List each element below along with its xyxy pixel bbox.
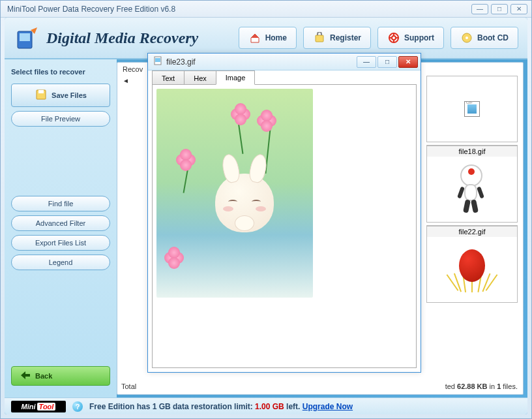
home-label: Home — [265, 33, 287, 42]
preview-titlebar[interactable]: file23.gif — □ ✕ — [148, 54, 421, 70]
thumbnail-image — [427, 237, 517, 302]
thumbnail-item[interactable]: file18.gif — [426, 145, 518, 223]
thumbnail-item[interactable] — [426, 76, 518, 142]
register-button[interactable]: Register — [303, 27, 371, 49]
svg-rect-5 — [393, 33, 394, 36]
thumbnail-item[interactable]: file22.gif — [426, 225, 518, 303]
bootcd-label: Boot CD — [477, 33, 509, 42]
svg-rect-6 — [393, 40, 394, 43]
character-icon — [452, 163, 492, 215]
svg-point-10 — [466, 37, 468, 39]
logo-box: Digital Media Recovery — [14, 25, 232, 51]
thumbnail-column: file18.gif file22.gif — [426, 76, 518, 372]
footer: MiniTool ? Free Edition has 1 GB data re… — [5, 397, 527, 414]
find-file-button[interactable]: Find file — [11, 196, 110, 211]
sidebar: Select files to recover Save Files File … — [5, 59, 117, 397]
tab-hex[interactable]: Hex — [184, 70, 216, 85]
thumbnail-image — [427, 157, 517, 222]
minitool-logo: MiniTool — [11, 401, 66, 412]
back-label: Back — [35, 372, 52, 380]
logo-icon — [14, 25, 40, 51]
preview-close-button[interactable]: ✕ — [398, 56, 418, 68]
sidebar-label: Select files to recover — [11, 67, 110, 77]
tree-collapse-icon[interactable]: ◄ — [123, 77, 129, 84]
preview-body: Text Hex Image — [152, 70, 417, 368]
back-button[interactable]: Back — [11, 366, 110, 386]
support-button[interactable]: Support — [377, 27, 444, 49]
svg-rect-1 — [20, 33, 30, 41]
app-window: MiniTool Power Data Recovery Free Editio… — [0, 0, 532, 419]
svg-rect-8 — [396, 37, 399, 39]
back-arrow-icon — [21, 371, 30, 380]
minimize-button[interactable]: — — [471, 4, 488, 14]
info-icon: ? — [72, 401, 83, 412]
preview-minimize-button[interactable]: — — [357, 56, 376, 68]
bootcd-button[interactable]: Boot CD — [451, 27, 518, 49]
tab-image[interactable]: Image — [216, 70, 256, 85]
svg-rect-12 — [38, 90, 44, 93]
close-button[interactable]: ✕ — [510, 4, 527, 14]
tab-text[interactable]: Text — [152, 70, 185, 85]
save-files-label: Save Files — [52, 91, 87, 99]
export-files-list-button[interactable]: Export Files List — [11, 235, 110, 251]
maximize-button[interactable]: □ — [491, 4, 508, 14]
app-heading: Digital Media Recovery — [46, 29, 198, 47]
tab-row: Text Hex Image — [152, 70, 417, 85]
home-button[interactable]: Home — [239, 27, 297, 49]
thumbnail-caption: file18.gif — [427, 146, 517, 157]
preview-maximize-button[interactable]: □ — [377, 56, 397, 68]
egg-icon — [449, 247, 495, 292]
preview-image — [156, 89, 313, 298]
thumbnail-image — [427, 76, 517, 142]
svg-point-4 — [392, 36, 396, 40]
window-title: MiniTool Power Data Recovery Free Editio… — [5, 5, 469, 14]
gif-file-icon — [464, 101, 480, 117]
file-preview-button[interactable]: File Preview — [11, 111, 110, 127]
svg-rect-2 — [316, 35, 323, 42]
register-icon — [313, 31, 326, 44]
save-files-button[interactable]: Save Files — [11, 84, 110, 107]
advanced-filter-button[interactable]: Advanced Filter — [11, 215, 110, 231]
legend-button[interactable]: Legend — [11, 255, 110, 270]
svg-rect-7 — [389, 37, 392, 39]
register-label: Register — [330, 33, 361, 42]
footer-text: Free Edition has 1 GB data restoration l… — [89, 402, 353, 411]
svg-rect-14 — [155, 58, 160, 62]
support-label: Support — [404, 33, 434, 42]
file-icon — [153, 56, 162, 67]
preview-title: file23.gif — [151, 56, 355, 67]
home-icon — [248, 31, 261, 44]
bootcd-icon — [460, 31, 473, 44]
tab-panel-image — [152, 84, 417, 368]
outer-titlebar: MiniTool Power Data Recovery Free Editio… — [1, 1, 531, 18]
thumbnail-caption: file22.gif — [427, 226, 517, 237]
upgrade-link[interactable]: Upgrade Now — [303, 402, 353, 411]
preview-window: file23.gif — □ ✕ Text Hex Image — [147, 53, 421, 373]
support-icon — [387, 31, 400, 44]
save-icon — [35, 88, 48, 102]
status-line: Total ted 62.88 KB in 1 files. — [121, 382, 518, 390]
